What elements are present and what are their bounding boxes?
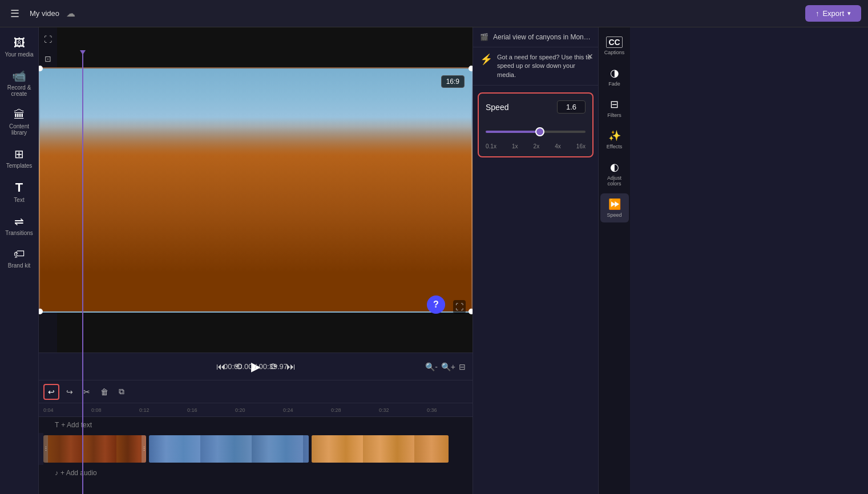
notification-emoji: ⚡ [480, 53, 492, 66]
speed-tick-2: 2x [534, 143, 540, 149]
add-audio-button[interactable]: ♪ + Add audio [55, 469, 97, 477]
sidebar-item-label-text: Text [14, 197, 24, 203]
filters-button[interactable]: ⊟ Filters [600, 94, 629, 123]
right-icons-panel: CC Captions ◑ Fade ⊟ Filters ✨ Effects ◐… [598, 27, 630, 494]
ruler-marks: 0:04 0:08 0:12 0:16 0:20 0:24 0:28 0:32 … [43, 407, 473, 413]
fade-button[interactable]: ◑ Fade [600, 62, 629, 91]
speed-slider[interactable] [486, 131, 586, 133]
sidebar-item-content-library[interactable]: 🏛 Contentlibrary [2, 104, 37, 140]
time-display: 00:00.00 / 00:39.97 [224, 362, 288, 371]
cut-button[interactable]: ✂ [80, 385, 94, 399]
zoom-out-button[interactable]: 🔍- [425, 362, 438, 371]
ruler-mark: 0:24 [283, 407, 331, 413]
add-text-button[interactable]: T + Add text [55, 421, 92, 429]
main-layout: 🖼 Your media 📹 Record &create 🏛 Contentl… [0, 27, 868, 494]
media-title-text: Aerial view of canyons in Monu... [493, 33, 591, 41]
sidebar-item-record-create[interactable]: 📹 Record &create [2, 64, 37, 102]
center-panel: ⛶ ⊡ ◧ ↺ ⇔ ⇕ 16:9 ? ⛶ [39, 27, 473, 494]
fullscreen-button[interactable]: ⛶ [453, 300, 466, 314]
templates-icon: ⊞ [14, 147, 24, 161]
captions-button[interactable]: CC Captions [600, 32, 629, 60]
speed-icon-button[interactable]: ⏩ Speed [600, 193, 629, 222]
crop-tool-button[interactable]: ⊡ [41, 51, 55, 66]
delete-button[interactable]: 🗑 [97, 385, 112, 399]
sidebar-item-brand-kit[interactable]: 🏷 Brand kit [2, 243, 37, 273]
speed-tick-4: 16x [576, 143, 586, 149]
sidebar-item-label-library: Contentlibrary [9, 123, 29, 136]
record-icon: 📹 [12, 69, 26, 83]
media-title-bar: 🎬 Aerial view of canyons in Monu... [473, 27, 598, 47]
menu-button[interactable]: ☰ [7, 5, 23, 22]
transitions-icon: ⇌ [14, 214, 24, 228]
adjust-colors-button[interactable]: ◐ Adjustcolors [600, 156, 629, 191]
speed-value-input[interactable] [557, 100, 586, 114]
duplicate-button[interactable]: ⧉ [115, 384, 128, 399]
ruler-mark: 0:32 [379, 407, 427, 413]
ruler-mark: 0:36 [427, 407, 473, 413]
canyon-overlay [40, 117, 471, 311]
zoom-in-button[interactable]: 🔍+ [441, 362, 455, 371]
media-thumbnail-icon: 🎬 [480, 33, 488, 41]
export-label: Export [822, 9, 844, 18]
video-area: ⛶ ⊡ ◧ ↺ ⇔ ⇕ 16:9 ? ⛶ [39, 27, 473, 353]
text-track-icon: T [55, 421, 59, 429]
audio-track-icon: ♪ [55, 469, 58, 477]
library-icon: 🏛 [14, 108, 25, 122]
sidebar-item-transitions[interactable]: ⇌ Transitions [2, 210, 37, 241]
undo-button[interactable]: ↩ [43, 384, 59, 400]
ruler-mark: 0:04 [43, 407, 91, 413]
sidebar-item-label-templates: Templates [6, 163, 33, 169]
speed-tick-3: 4x [555, 143, 561, 149]
redo-button[interactable]: ↪ [63, 385, 76, 399]
add-audio-row: ♪ + Add audio [39, 465, 473, 481]
ruler-mark: 0:12 [139, 407, 187, 413]
effects-icon: ✨ [608, 129, 621, 142]
clip-1[interactable]: ⋮ ⋮ [43, 435, 146, 463]
media-icon: 🖼 [14, 37, 25, 50]
zoom-controls: 🔍- 🔍+ ⊟ [425, 362, 466, 371]
add-audio-label: + Add audio [60, 469, 97, 477]
ruler-mark: 0:08 [91, 407, 139, 413]
export-arrow: ▾ [847, 10, 851, 17]
sidebar-item-label-record: Record &create [7, 84, 31, 97]
effects-button[interactable]: ✨ Effects [600, 125, 629, 154]
clip-3[interactable] [312, 435, 449, 463]
speed-icon-label: Speed [607, 212, 621, 218]
help-button[interactable]: ? [427, 295, 445, 314]
topbar: ☰ My video ☁ ↑ Export ▾ [0, 0, 868, 27]
filters-icon: ⊟ [610, 98, 619, 111]
sidebar-item-label-brand-kit: Brand kit [8, 262, 30, 269]
playback-bar: ⏮ ⟲ ▶ ⟳ ⏭ 00:00.00 / 00:39.97 🔍- 🔍+ ⊟ [39, 353, 473, 380]
project-name: My video [30, 9, 59, 18]
notification-close-button[interactable]: ✕ [587, 52, 594, 61]
notification-text: Got a need for speed? Use this to speed … [497, 53, 591, 79]
notification-card: ⚡ Got a need for speed? Use this to spee… [473, 47, 598, 86]
ruler-mark: 0:20 [235, 407, 283, 413]
add-text-row: T + Add text [39, 417, 473, 433]
corner-handle-tr[interactable] [469, 66, 473, 71]
sidebar-item-label-your-media: Your media [5, 51, 33, 58]
speed-label: Speed [486, 103, 508, 112]
effects-label: Effects [607, 144, 622, 149]
speed-slider-container [486, 120, 586, 140]
hamburger-icon: ☰ [10, 8, 19, 19]
fade-icon: ◑ [610, 67, 619, 79]
sidebar-item-templates[interactable]: ⊞ Templates [2, 143, 37, 173]
sidebar-item-text[interactable]: T Text [2, 176, 37, 208]
corner-handle-tl[interactable] [39, 66, 43, 71]
timeline-content: T + Add text ⋮ ⋮ [39, 417, 473, 494]
ruler-mark: 0:28 [331, 407, 379, 413]
fit-tool-button[interactable]: ⛶ [41, 32, 55, 47]
speed-tick-0: 0.1x [486, 143, 496, 149]
corner-handle-br[interactable] [469, 309, 473, 314]
sidebar-item-your-media[interactable]: 🖼 Your media [2, 32, 37, 62]
filters-label: Filters [607, 112, 621, 118]
fit-timeline-button[interactable]: ⊟ [459, 362, 466, 371]
adjust-colors-label: Adjustcolors [607, 175, 621, 187]
speed-tick-1: 1x [512, 143, 518, 149]
clip-2[interactable] [149, 435, 309, 463]
export-button[interactable]: ↑ Export ▾ [805, 5, 861, 22]
speed-ticks: 0.1x 1x 2x 4x 16x [486, 143, 586, 149]
brand-kit-icon: 🏷 [14, 248, 25, 261]
speed-icon: ⏩ [608, 198, 621, 210]
